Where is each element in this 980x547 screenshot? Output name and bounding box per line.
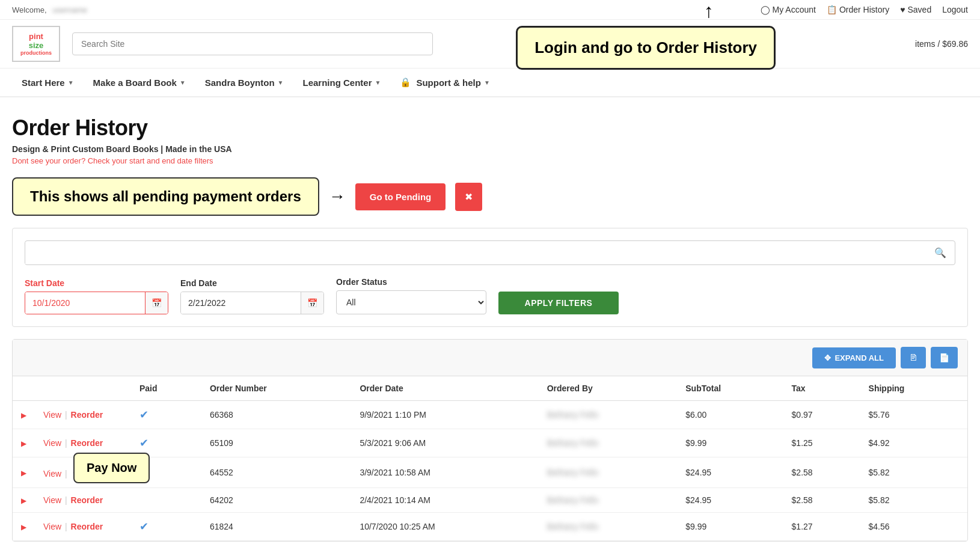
nav-support[interactable]: 🔒 Support & help ▼ bbox=[390, 69, 499, 96]
expand-chevron-icon[interactable]: ▶ bbox=[21, 523, 26, 531]
order-date-cell: 10/7/2020 10:25 AM bbox=[351, 513, 538, 541]
order-search-input[interactable] bbox=[25, 242, 926, 264]
paid-checkmark-icon: ✔ bbox=[139, 409, 149, 421]
go-to-pending-button[interactable]: Go to Pending bbox=[355, 183, 446, 210]
logout-link[interactable]: Logout bbox=[942, 5, 968, 14]
expand-all-button[interactable]: ✥ EXPAND ALL bbox=[812, 347, 896, 368]
expand-chevron-icon[interactable]: ▶ bbox=[21, 439, 26, 448]
export-csv-button[interactable]: 🖹 bbox=[901, 347, 926, 368]
pipe-separator: | bbox=[63, 469, 69, 478]
up-arrow-icon: ↑ bbox=[704, 1, 714, 20]
ordered-by-cell: Bethany Fello bbox=[539, 429, 678, 457]
table-row: ▶View | Reorder642022/4/2021 10:14 AMBet… bbox=[13, 488, 967, 513]
order-number-cell: 64552 bbox=[201, 457, 352, 488]
nav-support-label: Support & help bbox=[416, 78, 481, 88]
expand-chevron-icon[interactable]: ▶ bbox=[21, 411, 26, 420]
view-link[interactable]: View bbox=[43, 495, 61, 505]
table-toolbar: ✥ EXPAND ALL 🖹 📄 bbox=[13, 340, 967, 376]
search-icon-button[interactable]: 🔍 bbox=[926, 241, 955, 264]
cart-info: items / $69.86 bbox=[915, 39, 968, 49]
nav-bar: Start Here ▼ Make a Board Book ▼ Sandra … bbox=[0, 69, 980, 97]
nav-make-board-book[interactable]: Make a Board Book ▼ bbox=[84, 69, 195, 96]
reorder-link[interactable]: Reorder bbox=[71, 438, 103, 448]
end-date-input[interactable] bbox=[181, 292, 301, 314]
nav-sandra-boynton[interactable]: Sandra Boynton ▼ bbox=[195, 69, 293, 96]
col-subtotal: SubTotal bbox=[677, 376, 783, 401]
reorder-link[interactable]: Reorder bbox=[71, 495, 103, 505]
reorder-link[interactable]: Reorder bbox=[71, 410, 103, 420]
my-account-label: My Account bbox=[773, 5, 816, 14]
col-expand bbox=[13, 376, 35, 401]
view-link[interactable]: View bbox=[43, 410, 61, 420]
table-row: ▶View | Reorder✔651095/3/2021 9:06 AMBet… bbox=[13, 429, 967, 457]
pending-annotation-row: This shows all pending payment orders → … bbox=[12, 177, 968, 216]
subtotal-cell: $24.95 bbox=[677, 457, 783, 488]
reorder-link[interactable]: Reorder bbox=[71, 522, 103, 531]
end-date-calendar-icon[interactable]: 📅 bbox=[301, 292, 323, 314]
row-paid-cell bbox=[131, 488, 201, 513]
shipping-cell: $4.56 bbox=[860, 513, 967, 541]
my-account-link[interactable]: ◯ My Account bbox=[761, 5, 816, 14]
nav-sandra-label: Sandra Boynton bbox=[205, 78, 275, 88]
start-date-label: Start Date bbox=[25, 278, 168, 288]
pending-annotation-box: This shows all pending payment orders bbox=[12, 177, 319, 216]
order-status-select[interactable]: All Pending Paid Cancelled bbox=[336, 290, 486, 314]
export-pdf-button[interactable]: 📄 bbox=[931, 347, 958, 368]
welcome-label: Welcome, bbox=[12, 5, 47, 14]
start-date-input[interactable] bbox=[25, 292, 145, 314]
paynow-wrapper: Pay NowView | ←Pay Now bbox=[43, 465, 123, 480]
chevron-down-icon: ▼ bbox=[68, 79, 74, 86]
tax-cell: $2.58 bbox=[783, 457, 860, 488]
view-link[interactable]: View bbox=[43, 469, 61, 478]
nav-learning-center[interactable]: Learning Center ▼ bbox=[293, 69, 390, 96]
shipping-cell: $5.82 bbox=[860, 457, 967, 488]
saved-link[interactable]: ♥ Saved bbox=[900, 5, 931, 14]
col-paid: Paid bbox=[131, 376, 201, 401]
end-date-group: End Date 📅 bbox=[180, 278, 324, 314]
order-number-cell: 61824 bbox=[201, 513, 352, 541]
header-area: pint size productions items / $69.86 ↑ L… bbox=[0, 20, 980, 69]
col-order-date: Order Date bbox=[351, 376, 538, 401]
ordered-by-cell: Bethany Fello bbox=[539, 401, 678, 429]
filter-row: Start Date 📅 End Date 📅 Order Status All… bbox=[25, 277, 955, 314]
pipe-separator: | bbox=[63, 410, 69, 420]
order-history-label: Order History bbox=[839, 5, 889, 14]
start-date-calendar-icon[interactable]: 📅 bbox=[145, 292, 168, 314]
subtotal-cell: $6.00 bbox=[677, 401, 783, 429]
nav-learning-label: Learning Center bbox=[302, 78, 372, 88]
paid-checkmark-icon: ✔ bbox=[139, 521, 149, 533]
col-shipping: Shipping bbox=[860, 376, 967, 401]
tax-cell: $1.25 bbox=[783, 429, 860, 457]
paid-checkmark-icon: ✔ bbox=[139, 437, 149, 449]
table-row: ▶View | Reorder✔6182410/7/2020 10:25 AMB… bbox=[13, 513, 967, 541]
order-history-icon: 📋 bbox=[827, 5, 837, 14]
chevron-down-icon: ▼ bbox=[278, 79, 284, 86]
expand-chevron-icon[interactable]: ▶ bbox=[21, 469, 26, 477]
ordered-by-cell: Bethany Fello bbox=[539, 488, 678, 513]
row-action-cell: View | Reorder bbox=[35, 488, 131, 513]
apply-filters-button[interactable]: APPLY FILTERS bbox=[498, 292, 619, 314]
logo[interactable]: pint size productions bbox=[12, 26, 60, 62]
search-input[interactable] bbox=[72, 32, 433, 55]
row-action-cell: View | Reorder bbox=[35, 513, 131, 541]
view-link[interactable]: View bbox=[43, 438, 61, 448]
order-number-cell: 66368 bbox=[201, 401, 352, 429]
pipe-separator: | bbox=[63, 522, 69, 531]
login-annotation: ↑ Login and go to Order History bbox=[516, 26, 776, 70]
nav-start-here[interactable]: Start Here ▼ bbox=[12, 69, 84, 96]
close-button[interactable]: ✖ bbox=[455, 183, 482, 211]
expand-chevron-icon[interactable]: ▶ bbox=[21, 497, 26, 505]
tax-cell: $0.97 bbox=[783, 401, 860, 429]
subtotal-cell: $9.99 bbox=[677, 513, 783, 541]
csv-icon: 🖹 bbox=[909, 353, 917, 362]
subtotal-cell: $9.99 bbox=[677, 429, 783, 457]
table-row: ▶Pay NowView | ←Pay Now645523/9/2021 10:… bbox=[13, 457, 967, 488]
chevron-down-icon: ▼ bbox=[484, 79, 490, 86]
username-label: username bbox=[52, 5, 87, 14]
top-bar: Welcome, username ◯ My Account 📋 Order H… bbox=[0, 0, 980, 20]
order-number-cell: 64202 bbox=[201, 488, 352, 513]
col-tax: Tax bbox=[783, 376, 860, 401]
start-date-input-wrapper: 📅 bbox=[25, 292, 168, 314]
view-link[interactable]: View bbox=[43, 522, 61, 531]
order-history-link[interactable]: 📋 Order History bbox=[827, 5, 889, 14]
